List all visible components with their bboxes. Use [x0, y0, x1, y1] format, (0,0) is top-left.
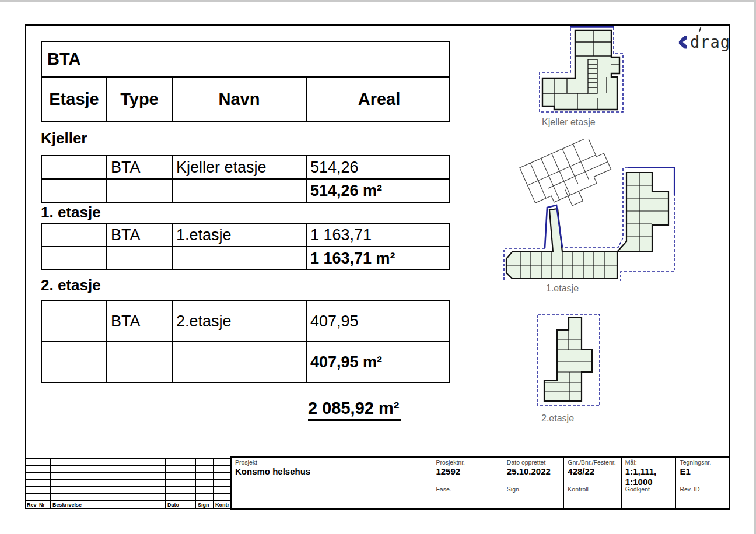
tegningsnr-value: E1	[680, 466, 729, 477]
kontr-col-header: Kontr	[214, 501, 231, 509]
kontroll-label: Kontroll	[568, 486, 621, 493]
fase-cell: Fase.	[432, 484, 502, 509]
section-heading-2-etasje: 2. etasje	[41, 276, 101, 294]
total-area-value: 2 085,92 m²	[308, 399, 401, 421]
drag-logo: drag	[678, 26, 730, 58]
cell-empty	[42, 247, 106, 269]
prosjektnr-cell: Prosjektnr. 12592	[432, 458, 502, 484]
section-table-2-etasje: BTA 2.etasje 407,95 407,95 m²	[41, 300, 450, 383]
fase-label: Fase.	[436, 486, 502, 493]
drawing-sheet: BTA Etasje Type Navn Areal Kjeller BTA K…	[0, 0, 756, 534]
subtotal-value: 407,95 m²	[306, 342, 452, 382]
cell-etasje	[42, 156, 106, 178]
plan-label-2-etasje: 2.etasje	[541, 413, 574, 424]
subtotal-row: 407,95 m²	[42, 341, 449, 382]
first-floor-plan	[503, 139, 679, 281]
area-table-header-row: Etasje Type Navn Areal	[41, 78, 450, 122]
tegningsnr-cell: Tegningsnr. E1	[676, 458, 729, 484]
title-block-col-gnr: Gnr./Bnr./Festenr. 428/22 Kontroll	[564, 458, 621, 509]
table-row: BTA Kjeller etasje 514,26	[42, 156, 449, 178]
rev-id-label: Rev. ID	[680, 486, 729, 493]
cell-empty	[42, 342, 106, 382]
drag-logo-icon	[678, 26, 688, 58]
sign-label: Sign.	[507, 486, 564, 493]
cell-type: BTA	[106, 224, 172, 246]
page-edge-top	[0, 0, 756, 2]
kontroll-cell: Kontroll	[564, 484, 621, 509]
title-block: Prosjekt Konsmo helsehus Prosjektnr. 125…	[230, 456, 730, 510]
maal-value-line1: 1:1,111,	[625, 466, 676, 477]
revision-empty-row	[25, 473, 231, 480]
prosjektnr-value: 12592	[436, 466, 502, 477]
cell-areal: 1 163,71	[306, 224, 452, 246]
cell-type: BTA	[106, 156, 172, 178]
project-value: Konsmo helsehus	[235, 466, 432, 477]
godkjent-label: Godkjent	[625, 486, 676, 493]
prosjektnr-label: Prosjektnr.	[436, 459, 502, 466]
cell-navn: 1.etasje	[172, 224, 306, 246]
cell-navn: Kjeller etasje	[172, 156, 306, 178]
dato-col-header: Dato	[166, 501, 196, 509]
gnr-value: 428/22	[568, 466, 621, 477]
revision-empty-row	[25, 466, 231, 473]
subtotal-row: 1 163,71 m²	[42, 246, 449, 269]
col-header-etasje: Etasje	[42, 78, 106, 121]
cell-empty	[172, 247, 306, 269]
maal-cell: Mål: 1:1,111, 1:1000	[622, 458, 676, 484]
rev-id-cell: Rev. ID	[676, 484, 729, 509]
plan-label-1-etasje: 1.etasje	[546, 283, 579, 294]
plan-label-kjeller: Kjeller etasje	[542, 117, 596, 128]
title-block-project-cell: Prosjekt Konsmo helsehus	[232, 458, 432, 509]
revision-empty-row	[25, 487, 231, 494]
revision-table: Rev Nr Beskrivelse Dato Sign Kontr	[24, 458, 231, 509]
cell-areal: 407,95	[306, 301, 452, 341]
title-block-col-dato: Dato opprettet 25.10.2022 Sign.	[503, 458, 564, 509]
section-table-1-etasje: BTA 1.etasje 1 163,71 1 163,71 m²	[41, 223, 450, 270]
col-header-type: Type	[106, 78, 172, 121]
revision-empty-row	[25, 480, 231, 487]
kjeller-floor-plan	[537, 23, 627, 114]
section-table-kjeller: BTA Kjeller etasje 514,26 514,26 m²	[41, 155, 450, 203]
cell-empty	[172, 180, 306, 202]
drag-logo-text: drag	[690, 32, 730, 51]
dato-opprettet-cell: Dato opprettet 25.10.2022	[503, 458, 564, 484]
cell-empty	[106, 180, 172, 202]
revision-empty-row	[25, 494, 231, 501]
cell-type: BTA	[106, 301, 172, 341]
dato-opprettet-value: 25.10.2022	[507, 466, 564, 477]
godkjent-cell: Godkjent	[622, 484, 676, 509]
area-table-title: BTA	[41, 41, 450, 78]
section-heading-kjeller: Kjeller	[41, 129, 88, 147]
dato-opprettet-label: Dato opprettet	[507, 459, 564, 466]
sign-col-header: Sign	[196, 501, 214, 509]
cell-navn: 2.etasje	[172, 301, 306, 341]
sign-cell: Sign.	[503, 484, 564, 509]
gnr-label: Gnr./Bnr./Festenr.	[568, 459, 621, 466]
cell-empty	[172, 342, 306, 382]
cell-empty	[106, 342, 172, 382]
col-header-navn: Navn	[172, 78, 306, 121]
title-block-col-prosjektnr: Prosjektnr. 12592 Fase.	[432, 458, 502, 509]
maal-label: Mål:	[625, 459, 676, 466]
page-edge-right	[754, 0, 756, 534]
revision-empty-row	[25, 459, 231, 466]
subtotal-value: 514,26 m²	[306, 180, 452, 202]
project-label: Prosjekt	[235, 459, 432, 466]
cell-empty	[42, 180, 106, 202]
section-heading-1-etasje: 1. etasje	[41, 203, 101, 222]
title-block-col-tegningsnr: Tegningsnr. E1 Rev. ID	[676, 458, 729, 509]
subtotal-row: 514,26 m²	[42, 178, 449, 202]
title-block-col-maal: Mål: 1:1,111, 1:1000 Godkjent	[621, 458, 676, 509]
subtotal-value: 1 163,71 m²	[306, 247, 452, 269]
rev-col-header: Rev	[25, 501, 37, 509]
cell-etasje	[42, 301, 106, 341]
second-floor-plan	[536, 312, 602, 409]
beskrivelse-col-header: Beskrivelse	[51, 501, 166, 509]
gnr-cell: Gnr./Bnr./Festenr. 428/22	[564, 458, 621, 484]
cell-etasje	[42, 224, 106, 246]
tegningsnr-label: Tegningsnr.	[680, 459, 729, 466]
col-header-areal: Areal	[306, 78, 452, 121]
table-row: BTA 1.etasje 1 163,71	[42, 224, 449, 246]
bta-area-table: BTA Etasje Type Navn Areal	[41, 41, 450, 122]
table-row: BTA 2.etasje 407,95	[42, 301, 449, 341]
